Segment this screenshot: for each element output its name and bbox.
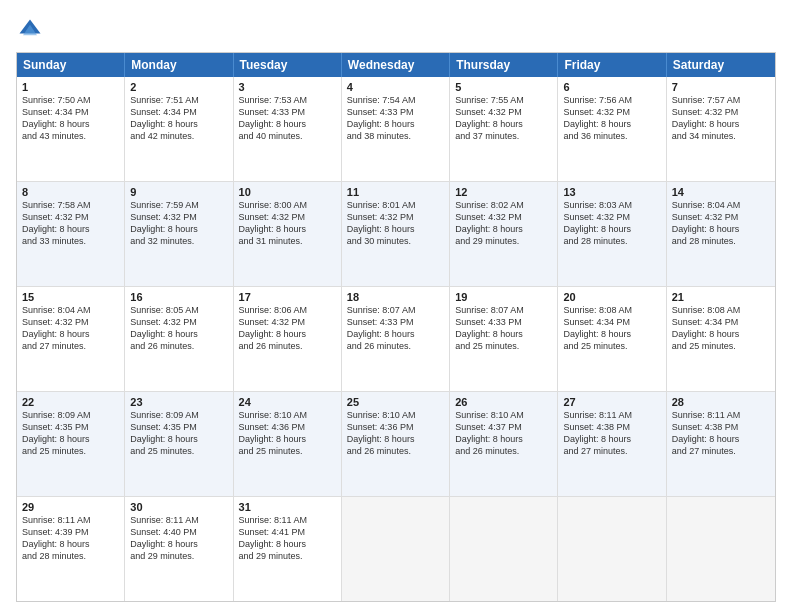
daylight-minutes: and 26 minutes. bbox=[239, 340, 336, 352]
daylight-hours: Daylight: 8 hours bbox=[130, 538, 227, 550]
daylight-minutes: and 36 minutes. bbox=[563, 130, 660, 142]
day-number: 29 bbox=[22, 501, 119, 513]
daylight-hours: Daylight: 8 hours bbox=[455, 328, 552, 340]
day-number: 18 bbox=[347, 291, 444, 303]
header-day-wednesday: Wednesday bbox=[342, 53, 450, 77]
sunset-text: Sunset: 4:33 PM bbox=[455, 316, 552, 328]
daylight-minutes: and 25 minutes. bbox=[130, 445, 227, 457]
calendar-cell-4: 4Sunrise: 7:54 AMSunset: 4:33 PMDaylight… bbox=[342, 77, 450, 181]
calendar-cell-empty bbox=[667, 497, 775, 601]
daylight-minutes: and 31 minutes. bbox=[239, 235, 336, 247]
calendar-cell-20: 20Sunrise: 8:08 AMSunset: 4:34 PMDayligh… bbox=[558, 287, 666, 391]
daylight-hours: Daylight: 8 hours bbox=[239, 433, 336, 445]
day-number: 16 bbox=[130, 291, 227, 303]
daylight-minutes: and 26 minutes. bbox=[130, 340, 227, 352]
calendar-cell-23: 23Sunrise: 8:09 AMSunset: 4:35 PMDayligh… bbox=[125, 392, 233, 496]
daylight-minutes: and 34 minutes. bbox=[672, 130, 770, 142]
sunrise-text: Sunrise: 8:11 AM bbox=[22, 514, 119, 526]
sunset-text: Sunset: 4:36 PM bbox=[239, 421, 336, 433]
daylight-minutes: and 25 minutes. bbox=[239, 445, 336, 457]
calendar-cell-14: 14Sunrise: 8:04 AMSunset: 4:32 PMDayligh… bbox=[667, 182, 775, 286]
day-number: 19 bbox=[455, 291, 552, 303]
sunset-text: Sunset: 4:38 PM bbox=[672, 421, 770, 433]
sunset-text: Sunset: 4:40 PM bbox=[130, 526, 227, 538]
daylight-hours: Daylight: 8 hours bbox=[563, 118, 660, 130]
day-number: 12 bbox=[455, 186, 552, 198]
day-number: 21 bbox=[672, 291, 770, 303]
day-number: 22 bbox=[22, 396, 119, 408]
calendar-cell-empty bbox=[342, 497, 450, 601]
daylight-hours: Daylight: 8 hours bbox=[347, 433, 444, 445]
day-number: 30 bbox=[130, 501, 227, 513]
day-number: 10 bbox=[239, 186, 336, 198]
sunset-text: Sunset: 4:32 PM bbox=[239, 211, 336, 223]
day-number: 2 bbox=[130, 81, 227, 93]
page: SundayMondayTuesdayWednesdayThursdayFrid… bbox=[0, 0, 792, 612]
calendar-cell-empty bbox=[450, 497, 558, 601]
calendar-cell-17: 17Sunrise: 8:06 AMSunset: 4:32 PMDayligh… bbox=[234, 287, 342, 391]
daylight-hours: Daylight: 8 hours bbox=[455, 118, 552, 130]
header-day-monday: Monday bbox=[125, 53, 233, 77]
day-number: 1 bbox=[22, 81, 119, 93]
daylight-minutes: and 29 minutes. bbox=[239, 550, 336, 562]
day-number: 14 bbox=[672, 186, 770, 198]
calendar-cell-6: 6Sunrise: 7:56 AMSunset: 4:32 PMDaylight… bbox=[558, 77, 666, 181]
calendar-cell-27: 27Sunrise: 8:11 AMSunset: 4:38 PMDayligh… bbox=[558, 392, 666, 496]
sunrise-text: Sunrise: 8:11 AM bbox=[130, 514, 227, 526]
daylight-hours: Daylight: 8 hours bbox=[563, 328, 660, 340]
day-number: 15 bbox=[22, 291, 119, 303]
sunset-text: Sunset: 4:34 PM bbox=[22, 106, 119, 118]
calendar-cell-16: 16Sunrise: 8:05 AMSunset: 4:32 PMDayligh… bbox=[125, 287, 233, 391]
day-number: 23 bbox=[130, 396, 227, 408]
sunrise-text: Sunrise: 8:07 AM bbox=[347, 304, 444, 316]
sunset-text: Sunset: 4:32 PM bbox=[22, 211, 119, 223]
calendar-cell-empty bbox=[558, 497, 666, 601]
header-day-thursday: Thursday bbox=[450, 53, 558, 77]
daylight-hours: Daylight: 8 hours bbox=[130, 118, 227, 130]
sunrise-text: Sunrise: 8:11 AM bbox=[239, 514, 336, 526]
sunset-text: Sunset: 4:32 PM bbox=[239, 316, 336, 328]
sunrise-text: Sunrise: 8:10 AM bbox=[455, 409, 552, 421]
sunrise-text: Sunrise: 8:02 AM bbox=[455, 199, 552, 211]
calendar-cell-31: 31Sunrise: 8:11 AMSunset: 4:41 PMDayligh… bbox=[234, 497, 342, 601]
sunset-text: Sunset: 4:34 PM bbox=[130, 106, 227, 118]
logo bbox=[16, 16, 46, 44]
sunrise-text: Sunrise: 7:58 AM bbox=[22, 199, 119, 211]
sunrise-text: Sunrise: 7:53 AM bbox=[239, 94, 336, 106]
sunset-text: Sunset: 4:38 PM bbox=[563, 421, 660, 433]
sunrise-text: Sunrise: 8:10 AM bbox=[239, 409, 336, 421]
sunrise-text: Sunrise: 7:56 AM bbox=[563, 94, 660, 106]
calendar-cell-24: 24Sunrise: 8:10 AMSunset: 4:36 PMDayligh… bbox=[234, 392, 342, 496]
day-number: 3 bbox=[239, 81, 336, 93]
sunset-text: Sunset: 4:33 PM bbox=[239, 106, 336, 118]
daylight-hours: Daylight: 8 hours bbox=[239, 223, 336, 235]
daylight-minutes: and 42 minutes. bbox=[130, 130, 227, 142]
day-number: 17 bbox=[239, 291, 336, 303]
sunrise-text: Sunrise: 7:54 AM bbox=[347, 94, 444, 106]
daylight-minutes: and 27 minutes. bbox=[563, 445, 660, 457]
daylight-minutes: and 28 minutes. bbox=[563, 235, 660, 247]
calendar-cell-25: 25Sunrise: 8:10 AMSunset: 4:36 PMDayligh… bbox=[342, 392, 450, 496]
calendar-cell-8: 8Sunrise: 7:58 AMSunset: 4:32 PMDaylight… bbox=[17, 182, 125, 286]
daylight-minutes: and 28 minutes. bbox=[672, 235, 770, 247]
sunrise-text: Sunrise: 8:08 AM bbox=[563, 304, 660, 316]
daylight-hours: Daylight: 8 hours bbox=[130, 223, 227, 235]
calendar-cell-3: 3Sunrise: 7:53 AMSunset: 4:33 PMDaylight… bbox=[234, 77, 342, 181]
calendar-cell-7: 7Sunrise: 7:57 AMSunset: 4:32 PMDaylight… bbox=[667, 77, 775, 181]
sunrise-text: Sunrise: 8:11 AM bbox=[563, 409, 660, 421]
day-number: 26 bbox=[455, 396, 552, 408]
sunset-text: Sunset: 4:39 PM bbox=[22, 526, 119, 538]
sunset-text: Sunset: 4:32 PM bbox=[563, 106, 660, 118]
sunrise-text: Sunrise: 8:07 AM bbox=[455, 304, 552, 316]
header-day-tuesday: Tuesday bbox=[234, 53, 342, 77]
sunrise-text: Sunrise: 8:10 AM bbox=[347, 409, 444, 421]
calendar-cell-28: 28Sunrise: 8:11 AMSunset: 4:38 PMDayligh… bbox=[667, 392, 775, 496]
header bbox=[16, 16, 776, 44]
daylight-hours: Daylight: 8 hours bbox=[22, 328, 119, 340]
calendar-cell-19: 19Sunrise: 8:07 AMSunset: 4:33 PMDayligh… bbox=[450, 287, 558, 391]
logo-icon bbox=[16, 16, 44, 44]
calendar-cell-9: 9Sunrise: 7:59 AMSunset: 4:32 PMDaylight… bbox=[125, 182, 233, 286]
sunset-text: Sunset: 4:32 PM bbox=[672, 211, 770, 223]
sunrise-text: Sunrise: 8:00 AM bbox=[239, 199, 336, 211]
header-day-saturday: Saturday bbox=[667, 53, 775, 77]
